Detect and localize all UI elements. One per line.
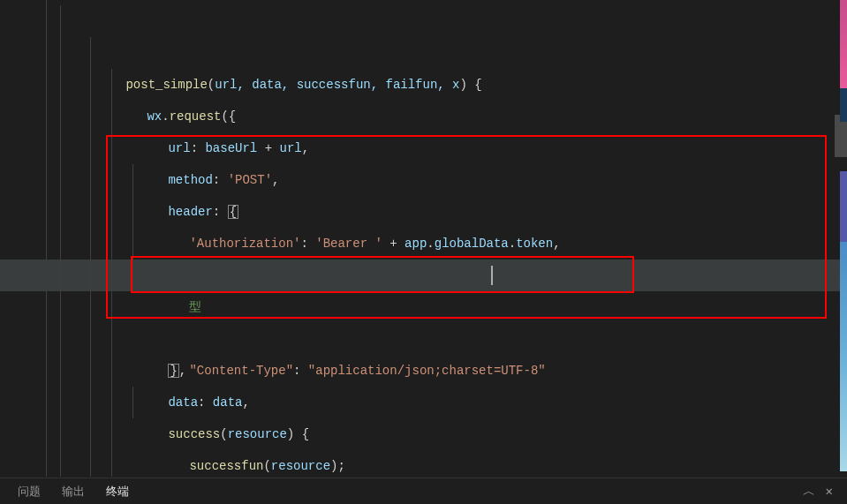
code-line[interactable]: url: baseUrl + url, xyxy=(60,69,847,101)
code-content[interactable]: post_simple(url, data, successfun, failf… xyxy=(53,0,847,477)
text-cursor xyxy=(491,266,493,285)
code-line-active[interactable]: "Content-Type": "application/json;charse… xyxy=(60,260,847,291)
code-line[interactable]: 型 xyxy=(60,228,847,260)
tab-problems[interactable]: 问题 xyxy=(7,478,51,504)
code-line[interactable]: header: { xyxy=(60,132,847,164)
code-line[interactable]: }, xyxy=(60,291,847,323)
code-line[interactable]: fail(error) { xyxy=(60,450,847,477)
close-icon[interactable]: ✕ xyxy=(821,484,838,499)
code-line[interactable]: data: data, xyxy=(60,323,847,355)
bottom-panel: 问题 输出 终端 ︿ ✕ xyxy=(0,478,847,504)
gutter xyxy=(0,0,53,477)
code-line[interactable]: 'Authorization': 'Bearer ' + app.globalD… xyxy=(60,164,847,196)
code-line[interactable]: wx.request({ xyxy=(60,37,847,69)
window-edge-decoration xyxy=(840,0,847,477)
tab-output[interactable]: 输出 xyxy=(51,478,95,504)
code-line[interactable]: method: 'POST', xyxy=(60,101,847,132)
code-line[interactable]: post_simple(url, data, successfun, failf… xyxy=(60,5,847,37)
code-line[interactable]: successfun(resource); xyxy=(60,387,847,418)
chevron-up-icon[interactable]: ︿ xyxy=(798,484,821,500)
code-editor[interactable]: post_simple(url, data, successfun, failf… xyxy=(0,0,847,477)
code-line[interactable]: }, xyxy=(60,418,847,450)
tab-terminal[interactable]: 终端 xyxy=(95,478,140,504)
code-line[interactable]: //下面Content-Type 用户信息修改需要，如果没有在后端接收信息时将报… xyxy=(60,196,847,228)
